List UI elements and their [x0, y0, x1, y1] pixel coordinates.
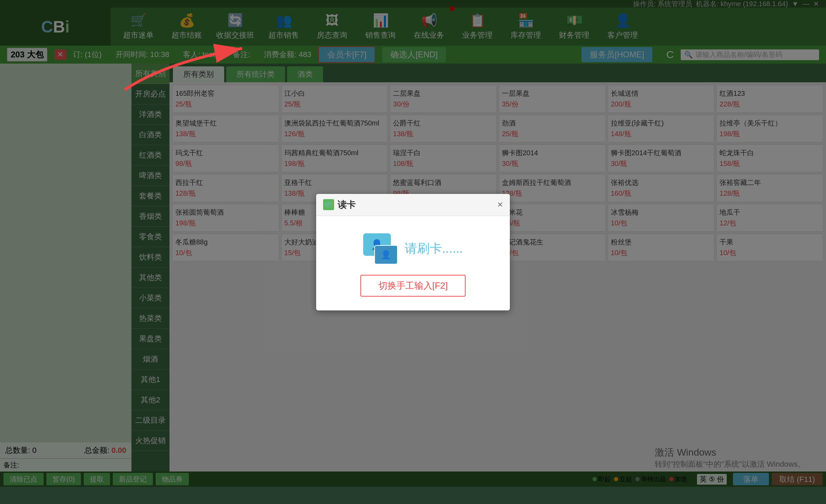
- card-front-icon: 👤: [381, 250, 391, 260]
- card-front: 👤: [374, 245, 398, 264]
- modal-overlay: 🛒 读卡 × 👤 👤 请刷卡......: [0, 0, 826, 504]
- modal-title: 读卡: [338, 199, 356, 211]
- modal-body: 👤 👤 请刷卡...... 切换手工输入[F2]: [316, 216, 510, 310]
- swipe-text: 请刷卡......: [405, 240, 463, 257]
- read-card-modal: 🛒 读卡 × 👤 👤 请刷卡......: [316, 194, 510, 310]
- modal-header: 🛒 读卡 ×: [316, 194, 510, 216]
- card-icon-container: 👤 👤: [363, 233, 398, 264]
- modal-title-area: 🛒 读卡: [323, 199, 356, 211]
- modal-close-btn[interactable]: ×: [497, 199, 503, 210]
- card-reader-area: 👤 👤 请刷卡......: [363, 233, 463, 264]
- modal-cart-icon: 🛒: [323, 199, 334, 210]
- manual-input-btn[interactable]: 切换手工输入[F2]: [360, 275, 466, 297]
